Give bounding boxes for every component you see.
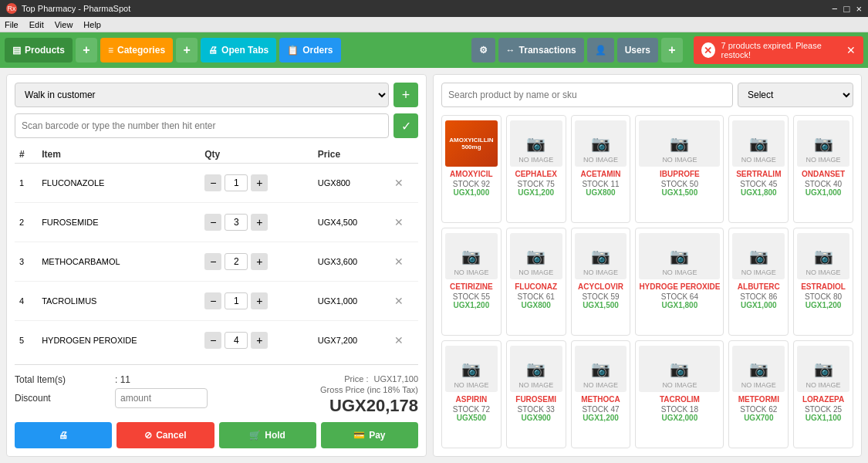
no-image-label: NO IMAGE — [662, 269, 697, 276]
no-image-label: NO IMAGE — [518, 269, 553, 276]
list-item[interactable]: 📷 NO IMAGE TACROLIM STOCK 18 UGX2,000 — [635, 340, 724, 448]
add-category-btn[interactable]: + — [176, 38, 198, 63]
menu-bar: File Edit View Help — [0, 17, 868, 32]
list-item[interactable]: 📷 NO IMAGE ONDANSET STOCK 40 UGX1,000 — [793, 115, 853, 223]
no-image-label: NO IMAGE — [806, 269, 841, 276]
qty-input[interactable] — [225, 253, 248, 270]
product-name: CEPHALEX — [510, 170, 562, 178]
pos-panel: Walk in customer + ✓ # Item Qty Price 1 … — [6, 74, 427, 457]
qty-input[interactable] — [225, 332, 248, 349]
minimize-btn[interactable]: − — [832, 3, 838, 15]
add-customer-btn[interactable]: + — [393, 83, 418, 107]
product-stock: STOCK 61 — [510, 292, 562, 301]
menu-edit[interactable]: Edit — [29, 20, 44, 29]
qty-decrease-btn[interactable]: − — [204, 174, 221, 191]
user-icon-btn[interactable]: 👤 — [587, 38, 614, 63]
product-image: 📷 NO IMAGE — [639, 120, 720, 167]
list-item[interactable]: 📷 NO IMAGE ESTRADIOL STOCK 80 UGX1,200 — [793, 228, 853, 336]
qty-decrease-btn[interactable]: − — [204, 332, 221, 349]
list-item[interactable]: 📷 NO IMAGE METHOCA STOCK 47 UGX1,200 — [571, 340, 631, 448]
cancel-btn[interactable]: ⊘ Cancel — [117, 422, 214, 448]
row-item: FUROSEMIDE — [37, 203, 200, 242]
product-price: UGX800 — [575, 188, 627, 197]
products-btn[interactable]: ▤ Products — [5, 38, 73, 63]
list-item[interactable]: 📷 NO IMAGE SERTRALIM STOCK 45 UGX1,800 — [728, 115, 789, 223]
product-image: 📷 NO IMAGE — [510, 120, 562, 167]
qty-input[interactable] — [225, 174, 248, 191]
categories-btn[interactable]: ≡ Categories — [100, 38, 173, 63]
open-tabs-btn[interactable]: 🖨 Open Tabs — [201, 38, 276, 63]
maximize-btn[interactable]: □ — [844, 3, 850, 15]
window-controls[interactable]: − □ × — [832, 3, 862, 15]
qty-decrease-btn[interactable]: − — [204, 214, 221, 231]
table-row: 2 FUROSEMIDE − + UGX4,500 ✕ — [15, 203, 418, 242]
discount-input[interactable] — [115, 388, 208, 408]
transactions-icon: ↔ — [506, 45, 515, 56]
list-item[interactable]: 📷 NO IMAGE FLUCONAZ STOCK 61 UGX800 — [506, 228, 566, 336]
list-item[interactable]: 📷 NO IMAGE FUROSEMI STOCK 33 UGX900 — [506, 340, 566, 448]
list-item[interactable]: 📷 NO IMAGE CETIRIZINE STOCK 55 UGX1,200 — [441, 228, 502, 336]
product-image: 📷 NO IMAGE — [445, 233, 498, 279]
remove-item-btn[interactable]: ✕ — [394, 295, 404, 307]
remove-item-btn[interactable]: ✕ — [394, 255, 404, 268]
totals-section: Total Item(s) : 11 Discount Price : UGX1… — [15, 370, 418, 416]
qty-increase-btn[interactable]: + — [251, 174, 268, 191]
transactions-btn[interactable]: ↔ Transactions — [498, 38, 584, 63]
barcode-input[interactable] — [15, 113, 389, 138]
barcode-confirm-btn[interactable]: ✓ — [393, 113, 418, 138]
product-stock: STOCK 86 — [732, 292, 785, 301]
camera-icon: 📷 — [814, 360, 833, 378]
qty-decrease-btn[interactable]: − — [204, 253, 221, 270]
total-items-value: : 11 — [115, 374, 130, 385]
list-item[interactable]: 📷 NO IMAGE METFORMI STOCK 62 UGX700 — [728, 340, 789, 448]
main-content: Walk in customer + ✓ # Item Qty Price 1 … — [0, 68, 868, 463]
menu-help[interactable]: Help — [83, 20, 101, 29]
product-stock: STOCK 25 — [797, 405, 849, 414]
qty-input[interactable] — [225, 214, 248, 231]
menu-file[interactable]: File — [5, 20, 19, 29]
list-item[interactable]: 📷 NO IMAGE ACETAMIN STOCK 11 UGX800 — [571, 115, 631, 223]
alert-message: 7 products expired. Please restock! — [721, 41, 837, 59]
camera-icon: 📷 — [526, 134, 545, 153]
list-item[interactable]: 📷 NO IMAGE HYDROGE PEROXIDE STOCK 64 UGX… — [635, 228, 724, 336]
menu-view[interactable]: View — [55, 20, 73, 29]
list-item[interactable]: AMOXYICILLIN500mg AMOXYICIL STOCK 92 UGX… — [441, 115, 502, 223]
close-btn[interactable]: × — [856, 3, 862, 15]
qty-decrease-btn[interactable]: − — [204, 292, 221, 309]
customer-select[interactable]: Walk in customer — [15, 83, 389, 107]
gross-label: Gross Price (inc 18% Tax) — [320, 385, 418, 394]
list-item[interactable]: 📷 NO IMAGE IBUPROFE STOCK 50 UGX1,500 — [635, 115, 724, 223]
qty-increase-btn[interactable]: + — [251, 214, 268, 231]
qty-input[interactable] — [225, 292, 248, 309]
qty-increase-btn[interactable]: + — [251, 292, 268, 309]
list-item[interactable]: 📷 NO IMAGE ALBUTERC STOCK 86 UGX1,000 — [728, 228, 789, 336]
print-btn[interactable]: 🖨 — [15, 422, 112, 448]
product-image: 📷 NO IMAGE — [575, 346, 627, 392]
gross-value: UGX20,178 — [320, 396, 418, 416]
row-item: METHOCARBAMOL — [37, 242, 200, 282]
product-stock: STOCK 80 — [797, 292, 849, 301]
add-product-btn[interactable]: + — [76, 38, 97, 63]
qty-increase-btn[interactable]: + — [251, 253, 268, 270]
list-item[interactable]: 📷 NO IMAGE ASPIRIN STOCK 72 UGX500 — [441, 340, 502, 448]
product-price: UGX1,500 — [575, 301, 627, 309]
search-input[interactable] — [441, 83, 733, 107]
hold-btn[interactable]: 🛒 Hold — [219, 422, 316, 448]
settings-btn[interactable]: ⚙ — [471, 38, 495, 63]
alert-close-btn[interactable]: ✕ — [846, 44, 856, 56]
discount-label: Discount — [15, 393, 115, 404]
camera-icon: 📷 — [526, 247, 545, 265]
remove-item-btn[interactable]: ✕ — [394, 334, 404, 346]
orders-btn[interactable]: 📋 Orders — [279, 38, 340, 63]
category-select[interactable]: Select — [738, 83, 853, 107]
add-user-btn[interactable]: + — [661, 38, 683, 63]
users-btn[interactable]: Users — [617, 38, 658, 63]
qty-increase-btn[interactable]: + — [251, 332, 268, 349]
list-item[interactable]: 📷 NO IMAGE LORAZEPA STOCK 25 UGX1,100 — [793, 340, 853, 448]
remove-item-btn[interactable]: ✕ — [394, 216, 404, 228]
pay-btn[interactable]: 💳 Pay — [321, 422, 418, 448]
price-label: Price : — [344, 374, 368, 384]
list-item[interactable]: 📷 NO IMAGE CEPHALEX STOCK 75 UGX1,200 — [506, 115, 566, 223]
remove-item-btn[interactable]: ✕ — [394, 177, 404, 189]
list-item[interactable]: 📷 NO IMAGE ACYCLOVIR STOCK 59 UGX1,500 — [571, 228, 631, 336]
